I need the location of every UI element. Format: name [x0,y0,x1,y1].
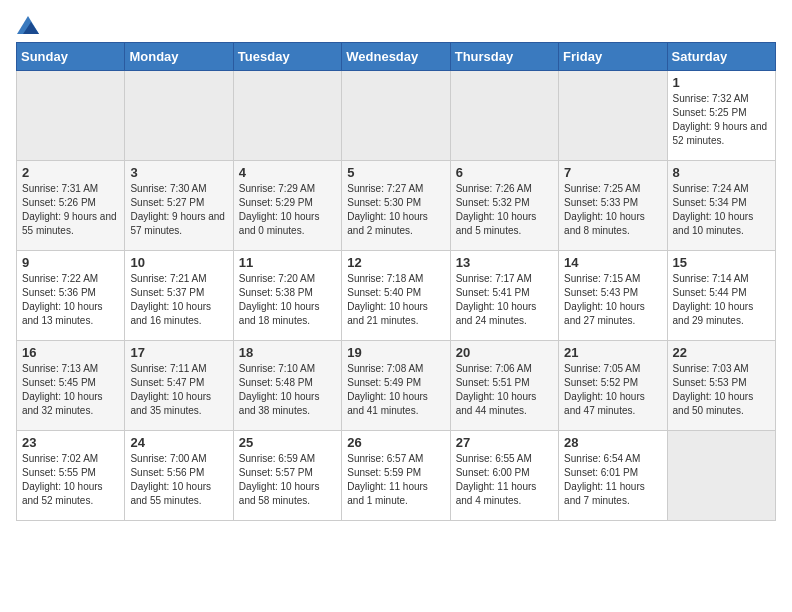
day-info: Sunrise: 7:24 AM Sunset: 5:34 PM Dayligh… [673,182,770,238]
calendar-cell: 3Sunrise: 7:30 AM Sunset: 5:27 PM Daylig… [125,161,233,251]
day-number: 22 [673,345,770,360]
day-number: 28 [564,435,661,450]
calendar-table: SundayMondayTuesdayWednesdayThursdayFrid… [16,42,776,521]
day-number: 25 [239,435,336,450]
day-number: 1 [673,75,770,90]
day-info: Sunrise: 7:27 AM Sunset: 5:30 PM Dayligh… [347,182,444,238]
day-info: Sunrise: 7:21 AM Sunset: 5:37 PM Dayligh… [130,272,227,328]
calendar-cell: 20Sunrise: 7:06 AM Sunset: 5:51 PM Dayli… [450,341,558,431]
calendar-cell: 6Sunrise: 7:26 AM Sunset: 5:32 PM Daylig… [450,161,558,251]
calendar-cell [342,71,450,161]
day-number: 17 [130,345,227,360]
calendar-cell: 5Sunrise: 7:27 AM Sunset: 5:30 PM Daylig… [342,161,450,251]
day-info: Sunrise: 7:14 AM Sunset: 5:44 PM Dayligh… [673,272,770,328]
day-info: Sunrise: 7:08 AM Sunset: 5:49 PM Dayligh… [347,362,444,418]
day-info: Sunrise: 7:29 AM Sunset: 5:29 PM Dayligh… [239,182,336,238]
calendar-header: SundayMondayTuesdayWednesdayThursdayFrid… [17,43,776,71]
day-info: Sunrise: 6:54 AM Sunset: 6:01 PM Dayligh… [564,452,661,508]
calendar-cell [559,71,667,161]
calendar-cell [125,71,233,161]
calendar-cell: 15Sunrise: 7:14 AM Sunset: 5:44 PM Dayli… [667,251,775,341]
calendar-cell: 22Sunrise: 7:03 AM Sunset: 5:53 PM Dayli… [667,341,775,431]
day-info: Sunrise: 7:15 AM Sunset: 5:43 PM Dayligh… [564,272,661,328]
day-info: Sunrise: 7:31 AM Sunset: 5:26 PM Dayligh… [22,182,119,238]
day-info: Sunrise: 7:06 AM Sunset: 5:51 PM Dayligh… [456,362,553,418]
weekday-header-tuesday: Tuesday [233,43,341,71]
day-number: 24 [130,435,227,450]
weekday-header-sunday: Sunday [17,43,125,71]
day-info: Sunrise: 7:18 AM Sunset: 5:40 PM Dayligh… [347,272,444,328]
calendar-cell: 13Sunrise: 7:17 AM Sunset: 5:41 PM Dayli… [450,251,558,341]
calendar-cell: 16Sunrise: 7:13 AM Sunset: 5:45 PM Dayli… [17,341,125,431]
day-number: 9 [22,255,119,270]
day-info: Sunrise: 7:00 AM Sunset: 5:56 PM Dayligh… [130,452,227,508]
calendar-cell [233,71,341,161]
day-info: Sunrise: 7:22 AM Sunset: 5:36 PM Dayligh… [22,272,119,328]
day-info: Sunrise: 7:10 AM Sunset: 5:48 PM Dayligh… [239,362,336,418]
day-info: Sunrise: 7:20 AM Sunset: 5:38 PM Dayligh… [239,272,336,328]
day-info: Sunrise: 7:11 AM Sunset: 5:47 PM Dayligh… [130,362,227,418]
calendar-cell: 4Sunrise: 7:29 AM Sunset: 5:29 PM Daylig… [233,161,341,251]
day-info: Sunrise: 7:13 AM Sunset: 5:45 PM Dayligh… [22,362,119,418]
weekday-header-thursday: Thursday [450,43,558,71]
day-number: 5 [347,165,444,180]
day-info: Sunrise: 7:25 AM Sunset: 5:33 PM Dayligh… [564,182,661,238]
calendar-cell: 24Sunrise: 7:00 AM Sunset: 5:56 PM Dayli… [125,431,233,521]
calendar-cell: 26Sunrise: 6:57 AM Sunset: 5:59 PM Dayli… [342,431,450,521]
calendar-cell: 25Sunrise: 6:59 AM Sunset: 5:57 PM Dayli… [233,431,341,521]
day-number: 13 [456,255,553,270]
day-info: Sunrise: 7:32 AM Sunset: 5:25 PM Dayligh… [673,92,770,148]
calendar-cell: 19Sunrise: 7:08 AM Sunset: 5:49 PM Dayli… [342,341,450,431]
day-info: Sunrise: 7:02 AM Sunset: 5:55 PM Dayligh… [22,452,119,508]
page-header [16,16,776,34]
day-info: Sunrise: 6:57 AM Sunset: 5:59 PM Dayligh… [347,452,444,508]
day-number: 23 [22,435,119,450]
weekday-header-saturday: Saturday [667,43,775,71]
day-info: Sunrise: 7:17 AM Sunset: 5:41 PM Dayligh… [456,272,553,328]
day-info: Sunrise: 7:03 AM Sunset: 5:53 PM Dayligh… [673,362,770,418]
calendar-cell: 12Sunrise: 7:18 AM Sunset: 5:40 PM Dayli… [342,251,450,341]
day-info: Sunrise: 6:59 AM Sunset: 5:57 PM Dayligh… [239,452,336,508]
calendar-cell: 8Sunrise: 7:24 AM Sunset: 5:34 PM Daylig… [667,161,775,251]
day-info: Sunrise: 6:55 AM Sunset: 6:00 PM Dayligh… [456,452,553,508]
day-info: Sunrise: 7:30 AM Sunset: 5:27 PM Dayligh… [130,182,227,238]
day-number: 26 [347,435,444,450]
logo-icon [17,16,39,34]
day-number: 20 [456,345,553,360]
day-number: 12 [347,255,444,270]
day-number: 27 [456,435,553,450]
weekday-header-friday: Friday [559,43,667,71]
calendar-cell: 11Sunrise: 7:20 AM Sunset: 5:38 PM Dayli… [233,251,341,341]
weekday-header-wednesday: Wednesday [342,43,450,71]
day-number: 3 [130,165,227,180]
calendar-cell: 23Sunrise: 7:02 AM Sunset: 5:55 PM Dayli… [17,431,125,521]
day-number: 6 [456,165,553,180]
calendar-cell: 27Sunrise: 6:55 AM Sunset: 6:00 PM Dayli… [450,431,558,521]
calendar-cell [17,71,125,161]
day-number: 16 [22,345,119,360]
day-number: 21 [564,345,661,360]
day-number: 7 [564,165,661,180]
day-number: 10 [130,255,227,270]
day-number: 18 [239,345,336,360]
calendar-cell: 28Sunrise: 6:54 AM Sunset: 6:01 PM Dayli… [559,431,667,521]
day-info: Sunrise: 7:26 AM Sunset: 5:32 PM Dayligh… [456,182,553,238]
day-number: 11 [239,255,336,270]
weekday-header-monday: Monday [125,43,233,71]
day-number: 4 [239,165,336,180]
calendar-cell: 21Sunrise: 7:05 AM Sunset: 5:52 PM Dayli… [559,341,667,431]
calendar-cell [450,71,558,161]
day-number: 14 [564,255,661,270]
day-number: 19 [347,345,444,360]
day-number: 15 [673,255,770,270]
calendar-cell: 18Sunrise: 7:10 AM Sunset: 5:48 PM Dayli… [233,341,341,431]
logo [16,16,40,34]
day-number: 2 [22,165,119,180]
calendar-cell: 10Sunrise: 7:21 AM Sunset: 5:37 PM Dayli… [125,251,233,341]
calendar-cell: 7Sunrise: 7:25 AM Sunset: 5:33 PM Daylig… [559,161,667,251]
calendar-cell: 14Sunrise: 7:15 AM Sunset: 5:43 PM Dayli… [559,251,667,341]
calendar-cell [667,431,775,521]
day-info: Sunrise: 7:05 AM Sunset: 5:52 PM Dayligh… [564,362,661,418]
calendar-cell: 9Sunrise: 7:22 AM Sunset: 5:36 PM Daylig… [17,251,125,341]
day-number: 8 [673,165,770,180]
